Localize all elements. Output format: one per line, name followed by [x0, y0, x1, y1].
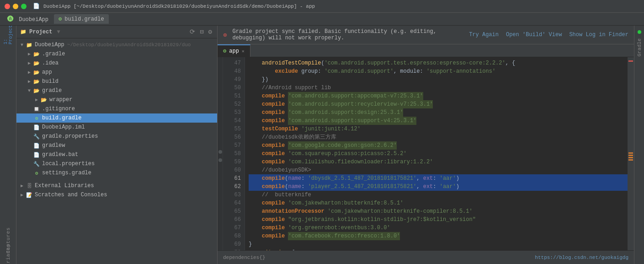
- code-content[interactable]: androidTestCompile('com.android.support.…: [245, 57, 628, 250]
- local-props-arrow: [26, 160, 33, 167]
- settings-icon[interactable]: ⚙: [207, 28, 213, 36]
- dropdown-arrow[interactable]: ▼: [57, 29, 60, 35]
- editor-area: ⊗ Gradle project sync failed. Basic func…: [218, 26, 634, 264]
- panel-actions: ⟳ ⊟ ⚙: [188, 28, 213, 36]
- line-num-63: 63: [223, 191, 245, 199]
- line-num-67: 67: [223, 224, 245, 232]
- gradle-vertical-label[interactable]: Gradle: [637, 36, 642, 59]
- gradle-label: .gradle: [42, 51, 65, 57]
- minimize-button[interactable]: [13, 4, 18, 9]
- project-panel-header: 📁 Project ▼ ⟳ ⊟ ⚙: [16, 26, 217, 38]
- notification-bar: ⊗ Gradle project sync failed. Basic func…: [218, 26, 634, 44]
- code-line-62[interactable]: compile(name: 'player_2.5.1_487_20181018…: [249, 183, 628, 191]
- tree-item-gradlew-bat[interactable]: 📄 gradlew.bat: [16, 150, 217, 159]
- notification-text: Gradle project sync failed. Basic functi…: [232, 28, 463, 41]
- sync-icon[interactable]: ⟳: [188, 28, 197, 36]
- settings-gradle-icon: ⚙: [33, 169, 40, 177]
- gradle-folder-label: gradle: [42, 87, 62, 94]
- code-editor[interactable]: 47 48 49 50 51 52 53 54 55 56 57 58 59 6…: [218, 57, 634, 250]
- line-num-54: 54: [223, 117, 245, 125]
- code-line-50: //Android support lib: [249, 84, 628, 92]
- menu-bar: 🅐 DuobeiApp ⚙ build.gradle: [0, 13, 644, 26]
- line-num-65: 65: [223, 207, 245, 216]
- line-num-61: 61: [223, 174, 245, 183]
- variants-label: Variants: [5, 244, 11, 264]
- line-num-59: 59: [223, 158, 245, 166]
- tree-item-ext-libs[interactable]: 🗄 External Libraries: [16, 181, 217, 190]
- menu-duobeiapp[interactable]: 🅐 DuobeiApp: [4, 14, 52, 24]
- root-folder-icon: 📁: [26, 41, 33, 48]
- tree-item-iml[interactable]: 📄 DuobeiApp.iml: [16, 123, 217, 132]
- tree-root-item[interactable]: 📁 DuobeiApp ~/Desktop/duobeiyunAndroidSd…: [16, 40, 217, 49]
- tree-item-local-props[interactable]: 🔧 local.properties: [16, 159, 217, 168]
- sidebar-item-variants[interactable]: Variants: [3, 251, 14, 262]
- line-num-48: 48: [223, 67, 245, 75]
- gitignore-label: .gitignore: [42, 106, 75, 112]
- gradlew-arrow: [26, 142, 33, 149]
- tree-item-wrapper[interactable]: 📂 wrapper: [16, 95, 217, 104]
- tree-item-build[interactable]: 📂 build: [16, 77, 217, 86]
- warning-marker-4: [628, 159, 633, 161]
- code-line-66: compile "org.jetbrains.kotlin:kotlin-std…: [249, 216, 628, 224]
- error-icon: ⊗: [223, 31, 227, 39]
- notification-links: Try Again Open 'Build' View Show Log in …: [469, 32, 628, 38]
- folder-icon-header: 📁: [20, 29, 27, 35]
- line-num-62: 62: [223, 183, 245, 191]
- wrapper-arrow: [33, 96, 40, 103]
- open-build-view-link[interactable]: Open 'Build' View: [506, 32, 562, 38]
- sidebar-item-project[interactable]: 1: Project: [3, 29, 14, 40]
- line-num-69: 69: [223, 240, 245, 248]
- code-line-51: compile 'com.android.support:appcompat-v…: [249, 92, 628, 100]
- root-path: ~/Desktop/duobeiyunAndroidSdk20181029/du…: [67, 42, 191, 48]
- editor-tab-app[interactable]: ⚙ app ✕: [218, 44, 250, 57]
- code-line-63: // butterknife: [249, 191, 628, 199]
- local-props-icon: 🔧: [33, 160, 40, 167]
- tree-item-gradle-folder[interactable]: 📂 gradle: [16, 86, 217, 95]
- code-line-64: compile 'com.jakewharton:butterknife:8.5…: [249, 199, 628, 207]
- gradle-open-icon: 📂: [33, 87, 40, 94]
- tree-item-app[interactable]: 📂 app: [16, 68, 217, 77]
- maximize-button[interactable]: [21, 4, 27, 9]
- show-log-link[interactable]: Show Log in Finder: [569, 32, 628, 38]
- tree-item-gradle-hidden[interactable]: 📂 .gradle: [16, 49, 217, 59]
- tab-label: app: [229, 48, 239, 54]
- project-panel-title: Project: [29, 29, 52, 35]
- warning-marker-1: [628, 152, 633, 154]
- line-numbers: 47 48 49 50 51 52 53 54 55 56 57 58 59 6…: [223, 57, 245, 250]
- gradlew-icon: 📄: [33, 142, 40, 149]
- tab-close-btn[interactable]: ✕: [242, 48, 245, 54]
- collapse-icon[interactable]: ⊟: [198, 28, 205, 36]
- gradle-folder-icon: 📂: [33, 50, 40, 58]
- gradle-status-indicator: [638, 30, 641, 34]
- project-panel: 📁 Project ▼ ⟳ ⊟ ⚙ 📁 DuobeiApp ~/Desktop/…: [16, 26, 218, 264]
- gradlew-label: gradlew: [42, 142, 65, 149]
- tree-item-gradlew[interactable]: 📄 gradlew: [16, 141, 217, 150]
- code-line-68: compile 'com.facebook.fresco:fresco:1.8.…: [249, 232, 628, 240]
- line-num-55: 55: [223, 125, 245, 133]
- close-button[interactable]: [5, 4, 10, 9]
- status-right[interactable]: https://blog.csdn.net/guokaigdg: [535, 255, 628, 260]
- code-line-55: testCompile 'junit:junit:4.12': [249, 125, 628, 133]
- line-num-53: 53: [223, 108, 245, 117]
- scratches-label: Scratches and Consoles: [35, 192, 107, 198]
- idea-folder-icon: 📂: [33, 59, 40, 67]
- tree-item-gitignore[interactable]: 🔲 .gitignore: [16, 104, 217, 113]
- gradlew-bat-icon: 📄: [33, 151, 40, 158]
- app-label: app: [42, 69, 52, 75]
- line-num-68: 68: [223, 232, 245, 240]
- app-folder-icon: 📂: [33, 69, 40, 76]
- tree-item-build-gradle[interactable]: ⚙ build.gradle: [16, 113, 217, 123]
- gitignore-arrow: [26, 105, 33, 113]
- tree-item-scratches[interactable]: 📝 Scratches and Consoles: [16, 190, 217, 199]
- tree-item-idea[interactable]: 📂 .idea: [16, 59, 217, 68]
- warning-marker-2: [628, 155, 633, 156]
- ext-libs-arrow: [18, 182, 26, 189]
- code-line-60: //duobeiyunSDK>: [249, 166, 628, 174]
- code-line-61[interactable]: compile(name: 'dbysdk_2.5.1_487_20181018…: [249, 174, 628, 183]
- try-again-link[interactable]: Try Again: [469, 32, 499, 38]
- tree-item-settings-gradle[interactable]: ⚙ settings.gradle: [16, 168, 217, 178]
- gradlew-bat-label: gradlew.bat: [42, 151, 78, 158]
- build-gradle-menu-tab[interactable]: ⚙ build.gradle: [54, 14, 109, 24]
- project-tree: 📁 DuobeiApp ~/Desktop/duobeiyunAndroidSd…: [16, 38, 217, 264]
- tree-item-gradle-props[interactable]: 🔧 gradle.properties: [16, 132, 217, 141]
